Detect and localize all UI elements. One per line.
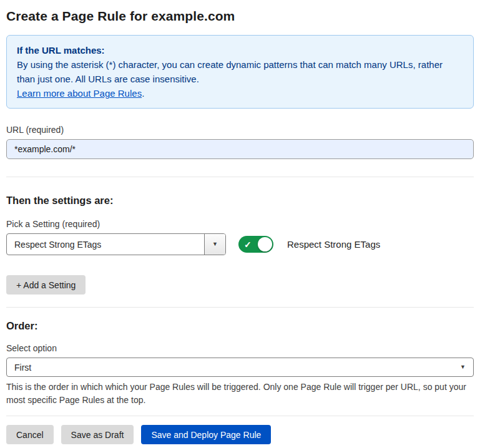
info-box-link-line: Learn more about Page Rules.: [17, 86, 463, 100]
save-deploy-button[interactable]: Save and Deploy Page Rule: [141, 425, 271, 444]
info-box-body: By using the asterisk (*) character, you…: [17, 57, 463, 86]
toggle-label: Respect Strong ETags: [287, 239, 380, 250]
settings-heading: Then the settings are:: [6, 195, 474, 207]
footer-actions: Cancel Save as Draft Save and Deploy Pag…: [6, 425, 474, 444]
pick-setting-label: Pick a Setting (required): [6, 219, 474, 229]
section-divider: [6, 177, 474, 177]
setting-toggle[interactable]: ✓: [238, 236, 273, 253]
add-setting-button[interactable]: + Add a Setting: [6, 275, 86, 295]
save-draft-button[interactable]: Save as Draft: [61, 425, 134, 444]
info-box-heading: If the URL matches:: [17, 43, 463, 57]
setting-select[interactable]: Respect Strong ETags ▼: [6, 233, 226, 255]
page-title: Create a Page Rule for example.com: [6, 9, 474, 24]
chevron-down-icon: ▼: [212, 241, 218, 247]
setting-row: Respect Strong ETags ▼ ✓ Respect Strong …: [6, 233, 474, 255]
cancel-button[interactable]: Cancel: [6, 425, 54, 444]
chevron-down-icon: ▼: [460, 364, 466, 370]
toggle-knob: [258, 237, 272, 251]
check-icon: ✓: [244, 240, 252, 250]
url-label: URL (required): [6, 125, 474, 135]
order-help-text: This is the order in which which your Pa…: [6, 381, 468, 407]
order-select[interactable]: First ▼: [6, 358, 474, 377]
order-select-label: Select option: [6, 343, 474, 353]
order-select-value: First: [14, 363, 31, 373]
url-match-info-box: If the URL matches: By using the asteris…: [6, 35, 474, 109]
link-period: .: [142, 88, 144, 99]
setting-select-value: Respect Strong ETags: [7, 234, 204, 255]
footer-divider: [6, 416, 474, 416]
order-heading: Order:: [6, 320, 474, 332]
learn-more-link[interactable]: Learn more about Page Rules: [17, 88, 142, 99]
section-divider: [6, 307, 474, 308]
url-input[interactable]: [6, 139, 474, 159]
setting-select-caret-button[interactable]: ▼: [204, 234, 225, 255]
